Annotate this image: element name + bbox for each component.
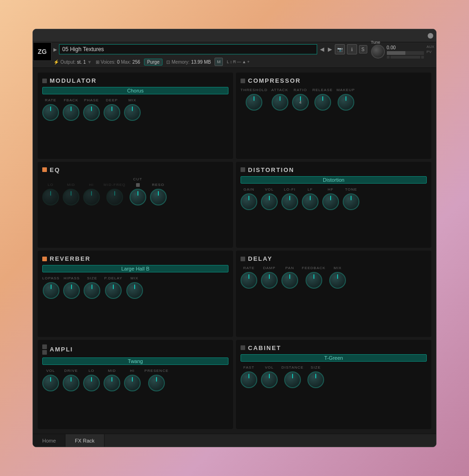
amp-mid-knob[interactable] [104, 375, 120, 391]
rev-size-knob[interactable] [84, 282, 100, 299]
rev-mix-knob[interactable] [126, 282, 143, 299]
fx-grid: MODULATOR Chorus RATE FBACK PHASE DEEP M… [33, 68, 436, 434]
amp-hi-knob[interactable] [124, 375, 141, 391]
mod-fback-knob[interactable] [63, 104, 79, 121]
tune-knob[interactable] [371, 45, 385, 59]
dist-lf-knob[interactable] [302, 193, 319, 210]
header-row1: ▶ 05 High Textures ◀ ▶ 📷 ℹ S Tune 0.00 [52, 42, 436, 56]
reverber-preset[interactable]: Large Hall B [42, 265, 228, 272]
info-icon[interactable]: ℹ [347, 44, 357, 54]
cabinet-knobs: FAST VOL DISTANCE SIZE [241, 365, 427, 388]
cabinet-toggle[interactable] [241, 345, 245, 350]
nav-next[interactable]: ▶ [327, 46, 333, 53]
ampli-knobs: VOL DRIVE LO MID HI PRESENCE [42, 369, 228, 391]
amp-vol-knob[interactable] [42, 375, 59, 391]
eq-mid-knob[interactable] [63, 189, 79, 205]
dist-vol-knob[interactable] [261, 193, 278, 210]
s-button[interactable]: S [359, 45, 367, 53]
ampli-panel: AMPLI Twang VOL DRIVE LO MID HI PRESENCE [38, 340, 233, 430]
rev-lopass-knob[interactable] [43, 282, 59, 299]
eq-knobs: LO MID HI MID-FREQ CUT RESO [42, 177, 228, 205]
modulator-panel: MODULATOR Chorus RATE FBACK PHASE DEEP M… [38, 73, 233, 159]
eq-title: EQ [50, 166, 60, 173]
cabinet-preset[interactable]: T-Green [241, 354, 427, 362]
amp-lo-knob[interactable] [83, 375, 100, 391]
eq-lo-knob[interactable] [42, 189, 59, 205]
eq-toggle[interactable] [42, 167, 47, 172]
dly-damp-knob[interactable] [261, 272, 278, 289]
m-button[interactable]: M [215, 58, 223, 66]
instrument-name[interactable]: 05 High Textures [59, 44, 317, 54]
close-button[interactable] [428, 33, 433, 39]
reverber-knobs: LOPASS HIPASS SIZE P.DELAY MIX [42, 276, 228, 299]
compressor-title: COMPRESSOR [248, 77, 301, 84]
compressor-toggle[interactable] [241, 79, 245, 83]
reverber-toggle[interactable] [42, 257, 47, 261]
comp-threshold-knob[interactable] [246, 94, 262, 111]
delay-title: DELAY [248, 255, 273, 262]
dist-hf-knob[interactable] [322, 193, 339, 210]
distortion-toggle[interactable] [241, 167, 245, 172]
ampli-title: AMPLI [50, 346, 73, 353]
amp-drive-knob[interactable] [63, 375, 79, 391]
amp-presence-knob[interactable] [148, 375, 165, 391]
rev-pdelay-knob[interactable] [105, 282, 122, 299]
delay-panel: DELAY RATE DAMP PAN FEEDBACK MIX [236, 251, 431, 337]
dly-rate-knob[interactable] [241, 272, 257, 289]
dist-gain-knob[interactable] [241, 193, 257, 210]
delay-toggle[interactable] [241, 257, 245, 261]
dist-tone-knob[interactable] [343, 193, 359, 210]
distortion-header: DISTORTION [241, 166, 427, 173]
mod-mix-knob[interactable] [124, 104, 141, 121]
eq-header: EQ [42, 166, 228, 173]
delay-header: DELAY [241, 255, 427, 262]
tune-value: 0.00 [387, 45, 424, 50]
cab-distance-knob[interactable] [284, 371, 301, 388]
eq-hi-knob[interactable] [83, 189, 100, 205]
dist-lofi-knob[interactable] [281, 193, 298, 210]
nav-prev[interactable]: ◀ [319, 46, 325, 53]
tab-home[interactable]: Home [33, 434, 65, 447]
eq-midfreq-knob[interactable] [106, 189, 123, 205]
dly-mix-knob[interactable] [329, 272, 346, 289]
dly-feedback-knob[interactable] [306, 272, 322, 289]
mod-deep-knob[interactable] [104, 104, 120, 121]
ampli-toggle2[interactable] [42, 350, 47, 355]
comp-makeup-knob[interactable] [338, 94, 354, 111]
cab-fast-knob[interactable] [241, 371, 257, 388]
modulator-title: MODULATOR [50, 77, 97, 84]
modulator-toggle[interactable] [42, 79, 47, 83]
mod-rate-knob[interactable] [42, 104, 59, 121]
cab-size-knob[interactable] [307, 371, 324, 388]
level-display: L ↕ R — ▲ + [227, 60, 249, 64]
comp-release-knob[interactable] [314, 94, 331, 111]
modulator-header: MODULATOR [42, 77, 228, 84]
reverber-header: REVERBER [42, 255, 228, 262]
cabinet-title: CABINET [248, 344, 281, 351]
logo: ZG [33, 42, 52, 61]
header-area: ZG ▶ 05 High Textures ◀ ▶ 📷 ℹ S Tune [33, 42, 436, 68]
camera-icon[interactable]: 📷 [335, 44, 345, 54]
eq-cut-knob[interactable] [130, 189, 146, 205]
ampli-toggle1[interactable] [42, 344, 47, 349]
tab-fxrack[interactable]: FX Rack [65, 434, 104, 447]
modulator-preset[interactable]: Chorus [42, 87, 228, 94]
comp-attack-knob[interactable] [272, 94, 288, 111]
delay-knobs: RATE DAMP PAN FEEDBACK MIX [241, 266, 427, 289]
ampli-preset[interactable]: Twang [42, 357, 228, 365]
reverber-title: REVERBER [50, 255, 91, 262]
reverber-panel: REVERBER Large Hall B LOPASS HIPASS SIZE… [38, 251, 233, 337]
cab-vol-knob[interactable] [261, 371, 278, 388]
ampli-header: AMPLI [42, 344, 228, 355]
eq-reso-knob[interactable] [150, 189, 167, 205]
cabinet-panel: CABINET T-Green FAST VOL DISTANCE SIZE [236, 340, 431, 430]
pv-label: PV [427, 50, 434, 54]
eq-panel: EQ LO MID HI MID-FREQ CUT RESO [38, 162, 233, 248]
distortion-preset[interactable]: Distortion [241, 176, 427, 184]
dly-pan-knob[interactable] [281, 272, 298, 289]
eq-cut-toggle[interactable] [136, 183, 140, 187]
rev-hipass-knob[interactable] [63, 282, 80, 299]
comp-ratio-knob[interactable]: 4 [292, 94, 309, 111]
mod-phase-knob[interactable] [83, 104, 100, 121]
purge-button[interactable]: Purge [144, 59, 163, 66]
